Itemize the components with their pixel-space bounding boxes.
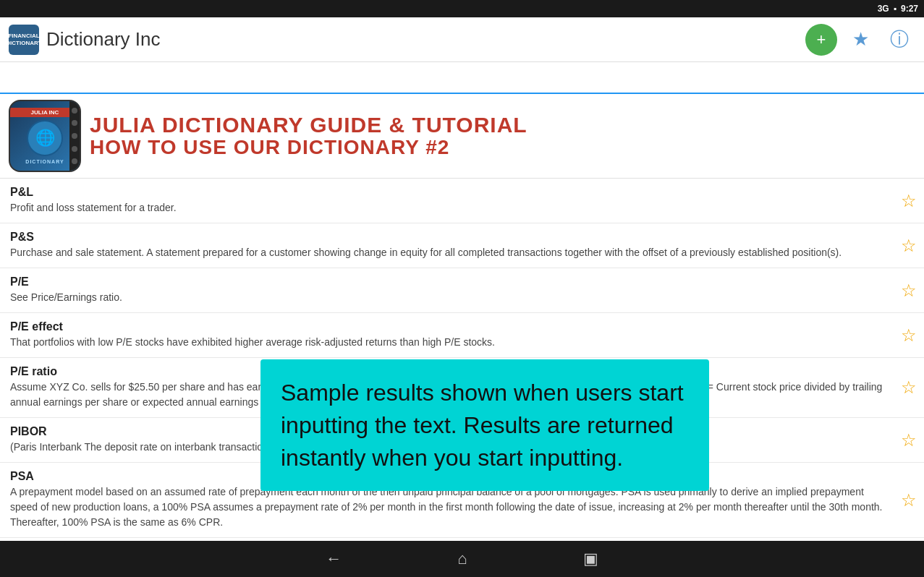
favorite-star-button[interactable]: ☆ [901, 325, 917, 346]
entry-definition: Purchase and sale statement. A statement… [10, 245, 885, 260]
status-bar: 3G ▪ 9:27 [0, 0, 924, 17]
entry-definition: Profit and loss statement for a trader. [10, 200, 885, 215]
entry-text-block: P/E effectThat portfolios with low P/E s… [10, 320, 914, 350]
favorites-button[interactable]: ★ [844, 24, 876, 56]
info-button[interactable]: ⓘ [883, 24, 915, 56]
app-header: FINANCIALDICTIONARY Dictionary Inc + ★ ⓘ [0, 17, 924, 62]
favorite-star-button[interactable]: ☆ [901, 490, 917, 510]
favorite-star-button[interactable]: ☆ [901, 430, 917, 450]
entry-definition: That portfolios with low P/E stocks have… [10, 335, 885, 350]
app-logo: FINANCIALDICTIONARY [9, 25, 39, 55]
add-button[interactable]: + [805, 24, 837, 56]
search-bar [0, 62, 924, 94]
banner-logo: JULIA INC 🌐 DICTIONARY [9, 100, 81, 172]
favorite-star-button[interactable]: ☆ [901, 377, 917, 398]
logo-bottom-text: DICTIONARY [25, 159, 64, 164]
tooltip-text: Sample results shown when users start in… [281, 377, 689, 474]
banner-title: JULIA DICTIONARY GUIDE & TUTORIAL HOW TO… [90, 113, 527, 159]
table-row: P/ESee Price/Earnings ratio.☆ [0, 268, 924, 313]
favorite-star-button[interactable]: ☆ [901, 281, 917, 301]
entry-text-block: P/ESee Price/Earnings ratio. [10, 275, 914, 305]
back-button[interactable]: ← [326, 550, 342, 568]
search-input[interactable] [10, 70, 914, 85]
favorite-star-button[interactable]: ☆ [901, 191, 917, 211]
recent-button[interactable]: ▣ [583, 550, 598, 568]
entry-text-block: P&SPurchase and sale statement. A statem… [10, 231, 914, 260]
signal-indicator: 3G [878, 4, 889, 14]
logo-globe-icon: 🌐 [27, 120, 63, 156]
table-row: P&LProfit and loss statement for a trade… [0, 179, 924, 223]
entry-term: P/E effect [10, 320, 885, 333]
tooltip-overlay: Sample results shown when users start in… [260, 359, 709, 491]
tutorial-banner: JULIA INC 🌐 DICTIONARY JULIA DICTIONARY … [0, 94, 924, 179]
table-row: P/E effectThat portfolios with low P/E s… [0, 313, 924, 358]
entry-definition: See Price/Earnings ratio. [10, 290, 885, 305]
banner-title-line1: JULIA DICTIONARY GUIDE & TUTORIAL [90, 113, 527, 137]
banner-title-line2: HOW TO USE OUR DICTIONARY #2 [90, 137, 527, 159]
entry-term: P&L [10, 186, 885, 199]
logo-side-strip [69, 101, 80, 171]
navigation-bar: ← ⌂ ▣ [0, 541, 924, 577]
entry-term: P/E [10, 275, 885, 288]
time-display: 9:27 [901, 4, 918, 14]
entry-definition: A prepayment model based on an assumed r… [10, 484, 885, 530]
home-button[interactable]: ⌂ [457, 550, 467, 568]
table-row: P&SPurchase and sale statement. A statem… [0, 223, 924, 268]
app-title: Dictionary Inc [46, 28, 798, 51]
dictionary-content[interactable]: P&LProfit and loss statement for a trade… [0, 179, 924, 542]
entry-term: P&S [10, 231, 885, 244]
battery-indicator: ▪ [894, 4, 897, 14]
entry-text-block: P&LProfit and loss statement for a trade… [10, 186, 914, 215]
favorite-star-button[interactable]: ☆ [901, 236, 917, 256]
